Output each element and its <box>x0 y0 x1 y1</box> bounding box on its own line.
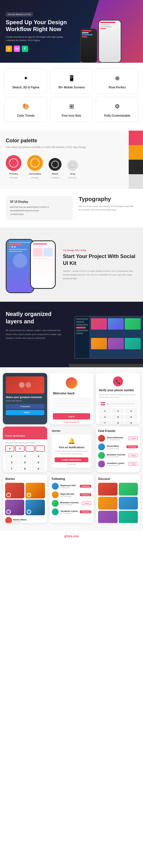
feature-colors-label: Color Trends <box>17 114 34 118</box>
watermark-brand: gfxtra.com <box>64 535 79 538</box>
pv-key-3[interactable]: 3 <box>32 454 45 459</box>
pv-key-2[interactable]: 2 <box>19 454 31 459</box>
phone-mock-small <box>80 29 97 63</box>
friend-avatar-1 <box>98 435 105 442</box>
swatch-black-hex: #282828 <box>51 177 59 179</box>
typography-description: Typography We've picked clean and trendy… <box>79 196 137 221</box>
welcome-login-button[interactable]: Log In <box>53 413 90 420</box>
pv-digit-4[interactable]: _ <box>35 445 45 452</box>
hero-phones <box>80 6 140 63</box>
numpad-1[interactable]: 1 <box>99 408 111 413</box>
story-thumb-2[interactable] <box>25 483 45 498</box>
pv-key-7[interactable]: 7 <box>5 466 18 472</box>
watermark: gfxtra.com <box>0 531 143 540</box>
pv-key-4[interactable]: 4 <box>5 460 18 465</box>
welcome-forgot-link[interactable]: Forgot password? <box>53 421 90 423</box>
swatch-primary: Primary #FF4158 <box>6 155 21 179</box>
numpad-9[interactable]: 9 <box>125 420 137 424</box>
sketch-icon: ✦ <box>21 73 31 83</box>
screen-bar-2 <box>9 249 27 250</box>
pv-digit-2[interactable]: 2 <box>15 445 24 452</box>
discover-thumb-5[interactable] <box>98 511 117 523</box>
discover-thumb-4[interactable] <box>119 497 138 509</box>
numpad-5[interactable]: 5 <box>112 414 124 420</box>
welcome-email-field[interactable] <box>53 398 90 404</box>
story-avatar-1 <box>5 517 12 523</box>
swatch-grey-hex: #F1F1F1 <box>69 177 77 179</box>
follow-button-c[interactable]: Follow <box>82 502 91 505</box>
numpad-3[interactable]: 3 <box>125 408 137 413</box>
discover-card: Discover <box>96 474 140 523</box>
numpad-2[interactable]: 2 <box>112 408 124 413</box>
follow-button-3[interactable]: Follow <box>128 454 138 457</box>
friend-name-2: David Mick <box>107 445 125 447</box>
verify-title: Verify your phone number <box>99 389 137 392</box>
share-avatars <box>19 382 31 388</box>
discover-thumb-6[interactable] <box>119 511 138 523</box>
swatch-black-label: Black <box>52 173 58 175</box>
story-thumb-4[interactable] <box>25 500 45 515</box>
story-thumb-1[interactable] <box>5 483 24 498</box>
pv-key-9[interactable]: 9 <box>32 466 45 472</box>
pv-digit-1[interactable]: 4 <box>5 445 14 452</box>
story-time-1: 2 min ago <box>13 521 27 522</box>
bell-icon: 🔔 <box>55 437 89 444</box>
discover-thumb-2[interactable] <box>119 483 138 496</box>
thumb-4 <box>91 338 107 349</box>
features-row-2: 🎨 Color Trends ⊞ Free Icon Sets ⚙ Fully … <box>4 97 139 122</box>
welcome-password-field[interactable] <box>53 406 90 411</box>
friend-name-3: Brandon Connell <box>107 454 127 456</box>
pv-key-1[interactable]: 1 <box>5 454 18 459</box>
numpad-6[interactable]: 6 <box>125 414 137 420</box>
story-thumb-3-avatar <box>6 509 11 514</box>
pv-key-5[interactable]: 5 <box>19 460 31 465</box>
following-button-d[interactable]: Following <box>80 510 91 513</box>
map-circle <box>13 253 27 268</box>
following-sub-2: Travel Blogger <box>61 495 78 497</box>
pv-digit-3[interactable]: _ <box>25 445 34 452</box>
following-button-2[interactable]: Following <box>126 445 138 448</box>
font-alphabet: ABCDEFGHIJKLMNOPQRSTUVWXYZ <box>10 206 69 209</box>
story-thumb-3[interactable] <box>5 500 24 515</box>
following-avatar-4 <box>52 508 58 515</box>
figma-logo: F <box>22 45 28 52</box>
discover-thumb-3[interactable] <box>98 497 117 509</box>
phone-number-input[interactable] <box>110 402 135 405</box>
swatch-grey-circle <box>67 160 78 171</box>
notif-later-link[interactable]: Maybe later <box>55 463 89 465</box>
pv-key-6[interactable]: 6 <box>32 460 45 465</box>
numpad-8[interactable]: 8 <box>112 420 124 424</box>
laptop-sidebar <box>75 316 89 358</box>
color-swatches: Primary #FF4158 Secondary #FF9B21 Black … <box>6 155 137 179</box>
swatch-secondary-circle <box>27 155 43 171</box>
swatch-primary-label: Primary <box>9 173 18 175</box>
organized-desc: All components are named, scaled, and co… <box>6 329 63 340</box>
enable-notifications-button[interactable]: Enable Notifications <box>55 457 89 462</box>
swatch-secondary: Secondary #FF9B21 <box>27 155 43 179</box>
numpad-4[interactable]: 4 <box>99 414 111 420</box>
follow-button-4[interactable]: Follow <box>128 462 138 466</box>
follow-button-1[interactable]: Follow <box>128 437 138 440</box>
discover-screen: Discover <box>96 474 140 523</box>
mobile-icon: 📱 <box>66 73 77 83</box>
features-section: ✦ Sketch, XD & Figma 📱 30+ Mobile Screen… <box>0 63 143 131</box>
following-button-b[interactable]: Following <box>80 493 91 496</box>
discover-thumb-1[interactable] <box>98 483 117 496</box>
share-subtitle: Share with friends <box>6 400 44 402</box>
share-facebook-button[interactable]: f Facebook <box>6 404 44 409</box>
verify-numpad: 1 2 3 4 5 6 7 8 9 * 0 # <box>99 408 137 424</box>
numpad-7[interactable]: 7 <box>99 420 111 424</box>
band-orange <box>129 145 143 160</box>
phone-back-screen <box>6 240 33 292</box>
following-button-a[interactable]: Following <box>80 485 91 488</box>
sidebar-item-4 <box>76 330 88 331</box>
share-screen-card: Share your greatest moments Share with f… <box>3 373 47 424</box>
share-avatar-1 <box>19 382 25 388</box>
share-twitter-button[interactable]: 🐦 Twitter <box>6 410 44 415</box>
screen-bar-accent <box>9 244 22 245</box>
friend-row-1: Diana Ellerman 12 mutual friends Follow <box>98 435 138 442</box>
following-info-2: Nopf Winster Travel Blogger <box>61 493 78 497</box>
pv-key-8[interactable]: 8 <box>19 466 31 472</box>
verify-flag-input[interactable]: +1 <box>99 401 137 407</box>
stories-grid-card: Stories <box>3 474 47 523</box>
